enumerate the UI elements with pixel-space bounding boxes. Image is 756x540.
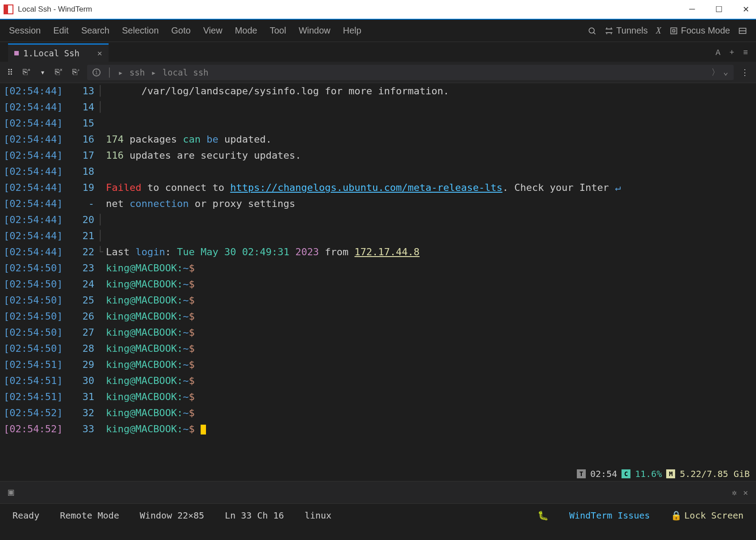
menu-edit[interactable]: Edit [53, 25, 68, 36]
font-icon[interactable]: A [716, 48, 721, 57]
gutter [94, 115, 106, 131]
settings-icon[interactable]: ✲ [732, 488, 737, 498]
gutter: │ [94, 212, 106, 228]
chevron-right-icon[interactable]: 〉 [711, 67, 720, 78]
timestamp: [02:54:50] [4, 260, 73, 276]
plus-icon[interactable]: + [729, 48, 734, 57]
toolbar: ⠿ ⎘+ ▾ ⎘× ⎘› i │ ▸ ssh ▸ local ssh 〉 ⌄ ⋮ [0, 62, 756, 83]
maximize-button[interactable]: ☐ [712, 4, 726, 14]
timestamp: [02:54:44] [4, 148, 73, 164]
line-content: Last login: Tue May 30 02:49:31 2023 fro… [106, 244, 756, 260]
line-number: 23 [73, 260, 94, 276]
breadcrumb-seg-localssh[interactable]: local ssh [163, 68, 209, 77]
line-number: 14 [73, 99, 94, 115]
menu-selection[interactable]: Selection [122, 25, 159, 36]
tab-label: 1.Local Ssh [23, 48, 80, 58]
timestamp: [02:54:52] [4, 421, 73, 437]
timestamp: [02:54:50] [4, 308, 73, 325]
status-os: linux [305, 510, 332, 521]
timestamp: [02:54:44] [4, 196, 73, 212]
panel-icon[interactable] [738, 26, 747, 35]
line-content: 174 packages can be updated. [106, 131, 756, 148]
windterm-issues-link[interactable]: WindTerm Issues [569, 510, 650, 521]
line-content: king@MACBOOK:~$ [106, 373, 756, 389]
terminal-line: [02:54:44]16 174 packages can be updated… [4, 131, 756, 148]
gutter [94, 260, 106, 276]
terminal-line: [02:54:51]31 king@MACBOOK:~$ [4, 389, 756, 405]
tab-local-ssh[interactable]: 1.Local Ssh ✕ [8, 43, 109, 62]
menu-view[interactable]: View [203, 25, 223, 36]
breadcrumb-seg-ssh[interactable]: ssh [130, 68, 145, 77]
window-title: Local Ssh - WindTerm [18, 5, 685, 14]
gutter [94, 164, 106, 180]
new-tab-icon[interactable]: ⎘+ [20, 66, 33, 79]
timestamp: [02:54:51] [4, 389, 73, 405]
terminal-line: [02:54:51]29 king@MACBOOK:~$ [4, 357, 756, 373]
panel-logo-icon: ▣ [8, 486, 14, 498]
svg-line-1 [594, 32, 596, 34]
gutter [94, 357, 106, 373]
gutter [94, 196, 106, 212]
menu-help[interactable]: Help [343, 25, 361, 36]
timestamp: [02:54:44] [4, 115, 73, 131]
terminal-line: [02:54:44]14│ [4, 99, 756, 115]
menu-window[interactable]: Window [298, 25, 330, 36]
line-content: king@MACBOOK:~$ [106, 405, 756, 421]
panel-close-icon[interactable]: ✕ [743, 488, 748, 498]
line-content [106, 228, 756, 244]
timestamp: [02:54:50] [4, 276, 73, 292]
gutter [94, 341, 106, 357]
info-icon[interactable]: i [92, 68, 101, 76]
focus-mode-button[interactable]: Focus Mode [669, 25, 730, 36]
mem-badge-icon: M [666, 469, 675, 478]
drag-handle-icon[interactable]: ⠿ [4, 66, 16, 79]
line-number: 27 [73, 325, 94, 341]
search-icon[interactable] [588, 26, 596, 35]
timestamp: [02:54:44] [4, 131, 73, 148]
terminal-line: [02:54:44]20│ [4, 212, 756, 228]
timestamp: [02:54:52] [4, 405, 73, 421]
cpu-badge-icon: C [622, 469, 630, 478]
terminal-line: [02:54:44]15 [4, 115, 756, 131]
line-content: king@MACBOOK:~$ [106, 389, 756, 405]
terminal-line: [02:54:50]26 king@MACBOOK:~$ [4, 308, 756, 325]
gutter: │ [94, 228, 106, 244]
timestamp: [02:54:50] [4, 292, 73, 308]
svg-rect-2 [671, 28, 676, 34]
chevron-down-icon[interactable]: ⌄ [723, 67, 728, 78]
gutter [94, 276, 106, 292]
status-time: 02:54 [590, 468, 617, 479]
terminal-output[interactable]: [02:54:44]13│ /var/log/landscape/sysinfo… [0, 83, 756, 467]
close-tab-icon[interactable]: ⎘× [52, 66, 65, 79]
line-number: 24 [73, 276, 94, 292]
minimize-button[interactable]: ─ [685, 4, 699, 14]
hamburger-icon[interactable]: ≡ [743, 48, 748, 57]
terminal-line: [02:54:51]30 king@MACBOOK:~$ [4, 373, 756, 389]
status-ready: Ready [13, 510, 39, 521]
menu-session[interactable]: Session [9, 25, 41, 36]
chevron-right-icon: ▸ [151, 68, 156, 77]
terminal-line: [02:54:44]19 Failed to connect to https:… [4, 180, 756, 196]
menu-mode[interactable]: Mode [235, 25, 257, 36]
dropdown-icon[interactable]: ▾ [38, 66, 48, 79]
status-cursor-pos: Ln 33 Ch 16 [225, 510, 284, 521]
menu-tool[interactable]: Tool [270, 25, 286, 36]
duplicate-tab-icon[interactable]: ⎘› [70, 66, 83, 79]
line-number: 18 [73, 164, 94, 180]
x-icon[interactable]: X [656, 25, 661, 36]
terminal-line: [02:54:50]27 king@MACBOOK:~$ [4, 325, 756, 341]
line-content: king@MACBOOK:~$ [106, 421, 756, 437]
lock-screen-button[interactable]: 🔒 Lock Screen [671, 510, 743, 521]
tab-close-icon[interactable]: ✕ [97, 48, 102, 58]
tunnels-button[interactable]: Tunnels [605, 25, 647, 36]
breadcrumb[interactable]: i │ ▸ ssh ▸ local ssh 〉 ⌄ [87, 65, 734, 80]
close-button[interactable]: ✕ [739, 4, 752, 14]
more-icon[interactable]: ⋮ [738, 66, 752, 79]
menu-search[interactable]: Search [81, 25, 109, 36]
resource-statusbar: T 02:54 C 11.6% M 5.22/7.85 GiB [0, 467, 756, 481]
cursor [201, 425, 206, 435]
svg-point-0 [589, 28, 595, 33]
menu-goto[interactable]: Goto [171, 25, 190, 36]
status-remote-mode[interactable]: Remote Mode [60, 510, 119, 521]
timestamp: [02:54:44] [4, 228, 73, 244]
